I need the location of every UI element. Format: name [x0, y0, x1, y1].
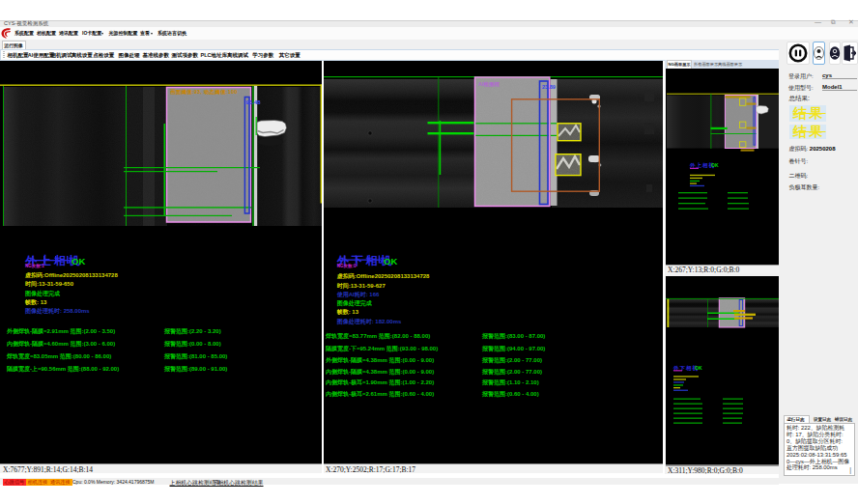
svg-text:报警范围:(0.00 - 8.00): 报警范围:(0.00 - 8.00): [163, 340, 221, 348]
svg-text:隔膜宽度-下=95.24mm 范围:(93.00 - 98.: 隔膜宽度-下=95.24mm 范围:(93.00 - 98.00): [326, 345, 438, 352]
svg-text:图像处理完成: 图像处理完成: [337, 299, 372, 307]
svg-text:时间:13-31-59-627: 时间:13-31-59-627: [337, 282, 386, 290]
svg-text:OK: OK: [711, 162, 719, 168]
svg-text:报警范围:(81.00 - 85.00): 报警范围:(81.00 - 85.00): [163, 352, 227, 360]
svg-text:NG次数:1: NG次数:1: [25, 263, 44, 268]
svg-text:NG次数:0: NG次数:0: [337, 263, 357, 268]
svg-text:AI检测框: AI检测框: [478, 81, 500, 88]
svg-text:外侧焊轨-隔膜=2.91mm 范围:(2.00 - 3.50: 外侧焊轨-隔膜=2.91mm 范围:(2.00 - 3.50): [7, 327, 115, 335]
svg-text:焊轨宽度=83.05mm 范围:(80.00 - 86.00: 焊轨宽度=83.05mm 范围:(80.00 - 86.00): [6, 352, 111, 360]
svg-text:报警范围:(2.00 - 77.00): 报警范围:(2.00 - 77.00): [481, 368, 542, 376]
svg-text:报警范围:(2.20 - 3.20): 报警范围:(2.20 - 3.20): [163, 327, 221, 335]
svg-text:内侧焊轨-极耳=2.61mm 范围:(0.60 - 4.00: 内侧焊轨-极耳=2.61mm 范围:(0.60 - 4.00): [326, 390, 434, 398]
svg-text:使用AI耗时: 166: 使用AI耗时: 166: [336, 291, 380, 298]
svg-text:报警范围:(94.00 - 97.00): 报警范围:(94.00 - 97.00): [481, 345, 545, 352]
svg-text:报警范围:(83.00 - 87.00): 报警范围:(83.00 - 87.00): [481, 332, 545, 340]
svg-text:报警范围:(89.00 - 91.00): 报警范围:(89.00 - 91.00): [163, 365, 227, 373]
svg-text:帧数: 13: 帧数: 13: [25, 298, 47, 306]
svg-text:时间:13-31-59-650: 时间:13-31-59-650: [25, 280, 74, 288]
svg-text:虚拟码:Offline20250208133134728: 虚拟码:Offline20250208133134728: [24, 271, 118, 279]
svg-text:帧数: 13: 帧数: 13: [337, 308, 359, 316]
svg-text:图像处理耗时: 182.00ms: 图像处理耗时: 182.00ms: [337, 318, 402, 325]
svg-text:23.89: 23.89: [542, 84, 556, 90]
svg-text:报警范围:(0.60 - 4.00): 报警范围:(0.60 - 4.00): [481, 390, 539, 398]
svg-text:内侧焊轨-隔膜=4.38mm 范围:(0.00 - 9.00: 内侧焊轨-隔膜=4.38mm 范围:(0.00 - 9.00): [326, 368, 434, 376]
svg-text:OK: OK: [695, 365, 702, 371]
svg-text:图像处理完成: 图像处理完成: [25, 290, 60, 297]
svg-text:隔膜宽度-上=90.56mm 范围:(88.00 - 92.: 隔膜宽度-上=90.56mm 范围:(88.00 - 92.00): [7, 365, 119, 373]
svg-text:画面阈值:93, 动态阈值:100: 画面阈值:93, 动态阈值:100: [170, 89, 237, 96]
svg-text:虚拟码:Offline20250208133134728: 虚拟码:Offline20250208133134728: [336, 272, 430, 280]
svg-text:内侧焊轨-极耳=1.90mm 范围:(1.00 - 2.20: 内侧焊轨-极耳=1.90mm 范围:(1.00 - 2.20): [326, 378, 434, 386]
svg-text:93.48: 93.48: [246, 99, 262, 105]
svg-text:外侧焊轨-隔膜=4.38mm 范围:(0.00 - 9.00: 外侧焊轨-隔膜=4.38mm 范围:(0.00 - 9.00): [326, 356, 434, 364]
svg-text:报警范围:(1.10 - 2.10): 报警范围:(1.10 - 2.10): [481, 378, 539, 386]
svg-text:报警范围:(2.00 - 77.00): 报警范围:(2.00 - 77.00): [481, 356, 542, 364]
svg-text:OK: OK: [72, 256, 85, 266]
svg-text:图像处理耗时: 258.00ms: 图像处理耗时: 258.00ms: [25, 307, 90, 315]
svg-text:OK: OK: [384, 256, 397, 266]
svg-text:焊轨宽度=83.77mm 范围:(82.00 - 88.00: 焊轨宽度=83.77mm 范围:(82.00 - 88.00): [325, 332, 430, 340]
svg-text:内侧焊轨-隔膜=4.60mm 范围:(3.00 - 6.00: 内侧焊轨-隔膜=4.60mm 范围:(3.00 - 6.00): [7, 340, 115, 348]
